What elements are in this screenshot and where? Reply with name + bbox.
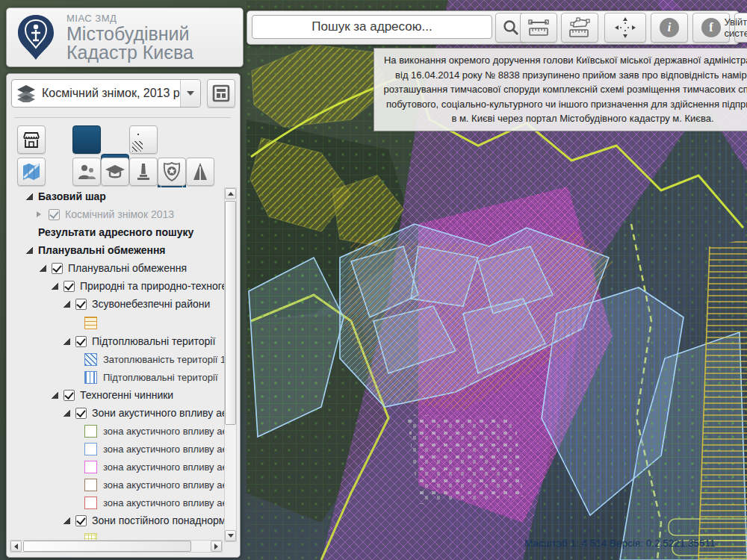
info-button[interactable]: i bbox=[651, 13, 688, 43]
tree-item[interactable]: Космічний знімок 2013 bbox=[10, 205, 225, 223]
layers-icon bbox=[16, 84, 36, 102]
search-icon bbox=[502, 19, 520, 37]
tree-item[interactable]: Зони постійного понаднормати bbox=[10, 511, 225, 529]
tree-item-label: Результати адресного пошуку bbox=[38, 226, 193, 238]
login-button[interactable]: Увійти в систему bbox=[734, 13, 747, 43]
measure-area-icon bbox=[568, 16, 592, 39]
tree-collapse-icon[interactable] bbox=[52, 283, 58, 290]
layer-checkbox[interactable] bbox=[75, 408, 87, 419]
tree-expand-icon[interactable] bbox=[37, 211, 41, 217]
application-window: МІАС ЗМД Містобудівний Кадастр Києва bbox=[0, 0, 747, 560]
tree-collapse-icon[interactable] bbox=[40, 265, 46, 272]
notice-line: побутового, соціально-культурного чи інш… bbox=[380, 97, 747, 112]
horizontal-scroll-thumb[interactable] bbox=[23, 541, 191, 552]
scroll-up-button[interactable] bbox=[225, 188, 236, 199]
vertical-scroll-thumb[interactable] bbox=[225, 201, 236, 425]
shop-icon bbox=[22, 130, 41, 149]
arrow-down-icon bbox=[228, 534, 234, 538]
tree-item[interactable]: Зсувонебезпечні райони bbox=[10, 295, 225, 313]
tree-item-label: зона акустичного впливу аероп bbox=[103, 479, 225, 491]
tree-collapse-icon[interactable] bbox=[26, 247, 33, 254]
tree-item-label: Природні та природно-техногенн bbox=[80, 280, 225, 292]
education-button[interactable] bbox=[101, 158, 129, 186]
kiosks-button[interactable] bbox=[17, 125, 46, 154]
demography-button[interactable] bbox=[72, 158, 101, 186]
tree-item-label: Зони акустичного впливу аеро bbox=[92, 407, 225, 419]
map-icon bbox=[21, 161, 42, 182]
legend-swatch-plain-green bbox=[84, 425, 97, 438]
tree-item[interactable]: Техногенні чинники bbox=[10, 386, 225, 404]
tree-item-label: зона акустичного впливу аероп bbox=[103, 444, 225, 455]
tree-collapse-icon[interactable] bbox=[63, 338, 70, 345]
layer-checkbox[interactable] bbox=[52, 263, 63, 274]
pan-button[interactable] bbox=[604, 13, 646, 43]
tree-item-label: Підтоплювальні території bbox=[92, 335, 215, 347]
police-button[interactable] bbox=[158, 158, 186, 186]
scroll-down-button[interactable] bbox=[225, 530, 236, 541]
divider bbox=[14, 117, 231, 118]
legend-item: зона акустичного впливу аероп bbox=[10, 476, 225, 494]
legend-swatch-plain-red bbox=[84, 497, 97, 509]
map-schemes-button[interactable] bbox=[17, 158, 46, 186]
tree-item[interactable]: Підтоплювальні території bbox=[10, 332, 225, 350]
layer-checkbox[interactable] bbox=[75, 515, 87, 526]
tree-collapse-icon[interactable] bbox=[63, 301, 70, 308]
tree-item[interactable]: Зони акустичного впливу аеро bbox=[10, 404, 225, 422]
layer-checkbox[interactable] bbox=[63, 390, 75, 401]
tree-item-label: Затоплюваність території 1% по bbox=[103, 354, 225, 365]
panel-layout-button[interactable] bbox=[207, 79, 235, 108]
tree-item-label: Техногенні чинники bbox=[80, 389, 173, 401]
layer-checkbox[interactable] bbox=[63, 281, 75, 292]
tree-collapse-icon[interactable] bbox=[26, 193, 33, 200]
info-icon: i bbox=[660, 18, 679, 37]
measure-distance-button[interactable] bbox=[520, 13, 557, 43]
legend-swatch-plain-brown bbox=[84, 479, 97, 491]
notice-banner: На виконання окремого доручення голови К… bbox=[374, 48, 747, 131]
scroll-left-button[interactable] bbox=[10, 541, 22, 552]
tree-item[interactable]: Природні та природно-техногенн bbox=[10, 277, 225, 295]
tree-item[interactable]: Планувальні обмеження bbox=[10, 259, 225, 277]
legend-item: зона акустичного впливу аероп bbox=[10, 440, 225, 458]
thematic-layer-1-button[interactable] bbox=[72, 125, 101, 154]
heritage-button[interactable] bbox=[186, 158, 214, 186]
sidebar-panel: Космічний знімок, 2013 р. bbox=[6, 73, 241, 558]
measure-area-button[interactable] bbox=[561, 13, 598, 43]
tower-icon bbox=[192, 162, 208, 181]
tree-item-label: Базовий шар bbox=[38, 190, 106, 202]
tree-vertical-scrollbar[interactable] bbox=[224, 187, 237, 542]
notice-line: розташування тимчасової споруди комплекс… bbox=[380, 82, 747, 97]
measure-distance-icon bbox=[527, 17, 550, 38]
pan-icon bbox=[613, 16, 637, 40]
layer-checkbox[interactable] bbox=[75, 299, 87, 310]
tree-horizontal-scrollbar[interactable] bbox=[10, 540, 223, 553]
basemap-select[interactable]: Космічний знімок, 2013 р. bbox=[11, 79, 201, 108]
thematic-layer-3-button[interactable] bbox=[129, 125, 158, 154]
tree-item-label: Зони постійного понаднормати bbox=[92, 514, 225, 526]
people-icon bbox=[77, 163, 96, 181]
tree-item-label: Планувальні обмеження bbox=[68, 262, 187, 274]
tree-item-label: Космічний знімок 2013 bbox=[65, 208, 174, 220]
tree-item[interactable]: Результати адресного пошуку bbox=[10, 223, 225, 241]
tree-collapse-icon[interactable] bbox=[63, 410, 70, 417]
panel-layout-icon bbox=[212, 84, 230, 102]
layer-checkbox[interactable] bbox=[75, 336, 87, 347]
scroll-right-button[interactable] bbox=[211, 541, 222, 552]
tree-item-label: Зсувонебезпечні райони bbox=[92, 298, 210, 310]
tree-item-label: зона акустичного впливу аероп bbox=[103, 497, 225, 508]
layer-checkbox[interactable] bbox=[49, 209, 60, 220]
legend-item: зона акустичного впливу аероп bbox=[10, 458, 225, 476]
monument-icon bbox=[136, 162, 151, 181]
tree-item-label: Підтоплювальні території bbox=[103, 372, 218, 383]
brand-line2: Кадастр Києва bbox=[66, 43, 193, 62]
tree-item[interactable]: Базовий шар bbox=[10, 187, 225, 205]
tree-collapse-icon[interactable] bbox=[63, 517, 70, 524]
basemap-select-value: Космічний знімок, 2013 р. bbox=[42, 87, 183, 100]
tree-collapse-icon[interactable] bbox=[52, 392, 58, 399]
scale-version-status: Масштаб 1: 4 514 Версія: 0.2.5221.35511 bbox=[524, 538, 715, 549]
monuments-button[interactable] bbox=[129, 158, 158, 186]
basemap-select-dropdown[interactable] bbox=[180, 80, 200, 107]
tree-item[interactable]: Планувальні обмеження bbox=[10, 241, 225, 259]
legend-swatch-row bbox=[10, 313, 225, 332]
badge-icon bbox=[163, 162, 181, 181]
search-input[interactable] bbox=[252, 15, 492, 39]
